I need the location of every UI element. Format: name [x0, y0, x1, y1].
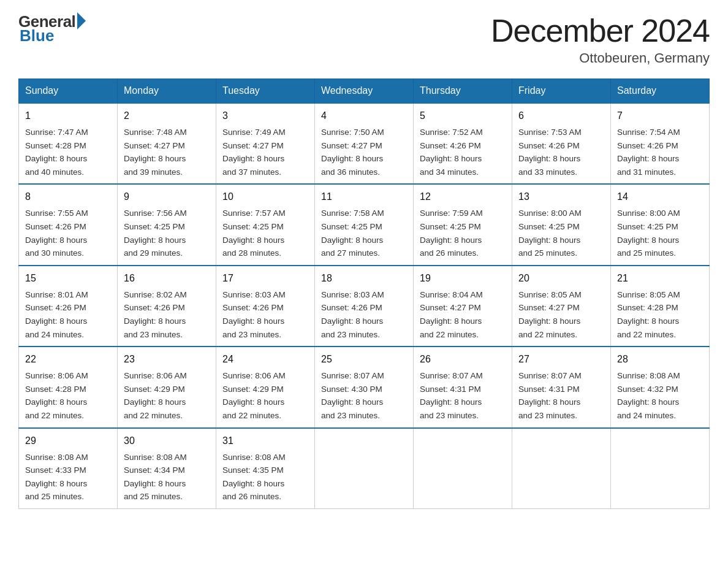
day-number: 5: [420, 109, 506, 123]
day-info: Sunrise: 8:06 AMSunset: 4:29 PMDaylight:…: [222, 369, 308, 422]
day-number: 27: [518, 352, 604, 367]
calendar-cell: [315, 428, 414, 509]
day-number: 20: [518, 271, 604, 286]
day-number: 6: [518, 109, 604, 123]
day-number: 29: [25, 434, 111, 448]
calendar-cell: 5 Sunrise: 7:52 AMSunset: 4:26 PMDayligh…: [414, 103, 512, 184]
day-info: Sunrise: 8:05 AMSunset: 4:28 PMDaylight:…: [617, 288, 703, 341]
day-info: Sunrise: 8:05 AMSunset: 4:27 PMDaylight:…: [518, 288, 604, 341]
calendar-cell: [512, 428, 611, 509]
day-number: 18: [321, 271, 407, 286]
calendar-cell: 10 Sunrise: 7:57 AMSunset: 4:25 PMDaylig…: [216, 184, 315, 265]
day-number: 13: [518, 190, 604, 204]
calendar-cell: 2 Sunrise: 7:48 AMSunset: 4:27 PMDayligh…: [118, 103, 216, 184]
day-info: Sunrise: 8:01 AMSunset: 4:26 PMDaylight:…: [25, 288, 111, 341]
calendar-cell: 23 Sunrise: 8:06 AMSunset: 4:29 PMDaylig…: [118, 347, 216, 427]
calendar-cell: 21 Sunrise: 8:05 AMSunset: 4:28 PMDaylig…: [611, 266, 710, 347]
day-info: Sunrise: 8:07 AMSunset: 4:31 PMDaylight:…: [518, 369, 604, 422]
day-info: Sunrise: 8:07 AMSunset: 4:31 PMDaylight:…: [420, 369, 506, 422]
day-number: 17: [222, 271, 308, 286]
calendar-cell: 13 Sunrise: 8:00 AMSunset: 4:25 PMDaylig…: [512, 184, 611, 265]
day-info: Sunrise: 8:00 AMSunset: 4:25 PMDaylight:…: [617, 207, 703, 259]
day-info: Sunrise: 7:54 AMSunset: 4:26 PMDaylight:…: [617, 126, 703, 178]
day-number: 8: [25, 190, 111, 204]
day-number: 7: [617, 109, 703, 123]
week-row-2: 8 Sunrise: 7:55 AMSunset: 4:26 PMDayligh…: [19, 184, 710, 265]
calendar-cell: [611, 428, 710, 509]
day-info: Sunrise: 7:58 AMSunset: 4:25 PMDaylight:…: [321, 207, 407, 259]
day-number: 28: [617, 352, 703, 367]
logo-triangle-icon: [77, 12, 86, 29]
day-number: 22: [25, 352, 111, 367]
calendar-cell: 9 Sunrise: 7:56 AMSunset: 4:25 PMDayligh…: [118, 184, 216, 265]
day-info: Sunrise: 8:08 AMSunset: 4:35 PMDaylight:…: [222, 451, 308, 504]
calendar-cell: 26 Sunrise: 8:07 AMSunset: 4:31 PMDaylig…: [414, 347, 512, 427]
calendar-cell: 27 Sunrise: 8:07 AMSunset: 4:31 PMDaylig…: [512, 347, 611, 427]
calendar-cell: 7 Sunrise: 7:54 AMSunset: 4:26 PMDayligh…: [611, 103, 710, 184]
day-number: 25: [321, 352, 407, 367]
calendar-cell: 8 Sunrise: 7:55 AMSunset: 4:26 PMDayligh…: [19, 184, 118, 265]
day-number: 3: [222, 109, 308, 123]
calendar-cell: 1 Sunrise: 7:47 AMSunset: 4:28 PMDayligh…: [19, 103, 118, 184]
weekday-header-friday: Friday: [512, 79, 611, 104]
month-title: December 2024: [491, 12, 710, 49]
day-number: 9: [124, 190, 210, 204]
day-info: Sunrise: 8:08 AMSunset: 4:33 PMDaylight:…: [25, 451, 111, 504]
calendar-cell: 19 Sunrise: 8:04 AMSunset: 4:27 PMDaylig…: [414, 266, 512, 347]
calendar-header-row: SundayMondayTuesdayWednesdayThursdayFrid…: [19, 79, 710, 104]
day-info: Sunrise: 7:47 AMSunset: 4:28 PMDaylight:…: [25, 126, 111, 178]
day-number: 21: [617, 271, 703, 286]
page-header: General Blue December 2024 Ottobeuren, G…: [18, 12, 710, 66]
calendar-cell: 17 Sunrise: 8:03 AMSunset: 4:26 PMDaylig…: [216, 266, 315, 347]
day-info: Sunrise: 7:50 AMSunset: 4:27 PMDaylight:…: [321, 126, 407, 178]
day-number: 11: [321, 190, 407, 204]
day-number: 15: [25, 271, 111, 286]
day-info: Sunrise: 7:57 AMSunset: 4:25 PMDaylight:…: [222, 207, 308, 259]
week-row-3: 15 Sunrise: 8:01 AMSunset: 4:26 PMDaylig…: [19, 266, 710, 347]
weekday-header-saturday: Saturday: [611, 79, 710, 104]
day-info: Sunrise: 8:08 AMSunset: 4:32 PMDaylight:…: [617, 369, 703, 422]
calendar-cell: 20 Sunrise: 8:05 AMSunset: 4:27 PMDaylig…: [512, 266, 611, 347]
calendar-cell: 28 Sunrise: 8:08 AMSunset: 4:32 PMDaylig…: [611, 347, 710, 427]
day-info: Sunrise: 7:48 AMSunset: 4:27 PMDaylight:…: [124, 126, 210, 178]
day-info: Sunrise: 8:06 AMSunset: 4:29 PMDaylight:…: [124, 369, 210, 422]
day-number: 10: [222, 190, 308, 204]
calendar-cell: 22 Sunrise: 8:06 AMSunset: 4:28 PMDaylig…: [19, 347, 118, 427]
location: Ottobeuren, Germany: [491, 50, 710, 66]
week-row-5: 29 Sunrise: 8:08 AMSunset: 4:33 PMDaylig…: [19, 428, 710, 509]
day-number: 31: [222, 434, 308, 448]
day-number: 24: [222, 352, 308, 367]
day-info: Sunrise: 7:56 AMSunset: 4:25 PMDaylight:…: [124, 207, 210, 259]
day-info: Sunrise: 8:04 AMSunset: 4:27 PMDaylight:…: [420, 288, 506, 341]
calendar-cell: 3 Sunrise: 7:49 AMSunset: 4:27 PMDayligh…: [216, 103, 315, 184]
title-section: December 2024 Ottobeuren, Germany: [491, 12, 710, 66]
day-number: 2: [124, 109, 210, 123]
logo-blue-text: Blue: [20, 26, 54, 45]
week-row-4: 22 Sunrise: 8:06 AMSunset: 4:28 PMDaylig…: [19, 347, 710, 427]
weekday-header-sunday: Sunday: [19, 79, 118, 104]
day-number: 4: [321, 109, 407, 123]
day-number: 23: [124, 352, 210, 367]
weekday-header-monday: Monday: [118, 79, 216, 104]
calendar-cell: 31 Sunrise: 8:08 AMSunset: 4:35 PMDaylig…: [216, 428, 315, 509]
day-info: Sunrise: 8:07 AMSunset: 4:30 PMDaylight:…: [321, 369, 407, 422]
day-number: 16: [124, 271, 210, 286]
day-number: 26: [420, 352, 506, 367]
calendar-cell: 11 Sunrise: 7:58 AMSunset: 4:25 PMDaylig…: [315, 184, 414, 265]
day-info: Sunrise: 7:52 AMSunset: 4:26 PMDaylight:…: [420, 126, 506, 178]
day-info: Sunrise: 8:02 AMSunset: 4:26 PMDaylight:…: [124, 288, 210, 341]
day-info: Sunrise: 7:59 AMSunset: 4:25 PMDaylight:…: [420, 207, 506, 259]
day-number: 14: [617, 190, 703, 204]
calendar-cell: 29 Sunrise: 8:08 AMSunset: 4:33 PMDaylig…: [19, 428, 118, 509]
weekday-header-wednesday: Wednesday: [315, 79, 414, 104]
logo: General Blue: [18, 12, 86, 45]
day-number: 12: [420, 190, 506, 204]
day-number: 19: [420, 271, 506, 286]
calendar-table: SundayMondayTuesdayWednesdayThursdayFrid…: [18, 79, 710, 509]
weekday-header-thursday: Thursday: [414, 79, 512, 104]
day-info: Sunrise: 8:03 AMSunset: 4:26 PMDaylight:…: [321, 288, 407, 341]
calendar-cell: 15 Sunrise: 8:01 AMSunset: 4:26 PMDaylig…: [19, 266, 118, 347]
calendar-cell: 16 Sunrise: 8:02 AMSunset: 4:26 PMDaylig…: [118, 266, 216, 347]
day-info: Sunrise: 7:53 AMSunset: 4:26 PMDaylight:…: [518, 126, 604, 178]
weekday-header-tuesday: Tuesday: [216, 79, 315, 104]
